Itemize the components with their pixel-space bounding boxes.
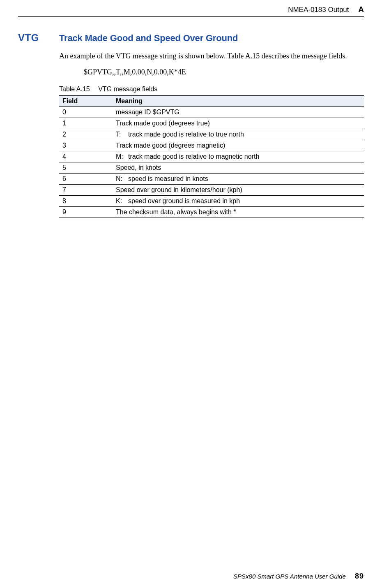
section-heading: VTG Track Made Good and Speed Over Groun… — [18, 32, 364, 44]
table-cell-meaning: Track made good (degrees magnetic) — [113, 140, 364, 151]
table-caption: Table A.15 VTG message fields — [59, 86, 364, 93]
table-caption-number: Table A.15 — [59, 86, 90, 93]
meaning-code: N: — [116, 175, 128, 183]
table-row: 9The checksum data, always begins with * — [59, 207, 364, 218]
table-row: 7Speed over ground in kilometers/hour (k… — [59, 185, 364, 196]
table-cell-field: 4 — [59, 151, 113, 162]
table-caption-title: VTG message fields — [98, 86, 157, 93]
section-title: Track Made Good and Speed Over Ground — [59, 33, 238, 44]
meaning-text: track made good is relative to magnetic … — [128, 153, 259, 160]
meaning-code: T: — [116, 131, 128, 138]
table-cell-field: 1 — [59, 118, 113, 129]
table-cell-field: 0 — [59, 107, 113, 118]
table-header-field: Field — [59, 96, 113, 107]
table-row: 5Speed, in knots — [59, 162, 364, 174]
footer-page-number: 89 — [355, 572, 364, 580]
table-cell-meaning: N:speed is measured in knots — [113, 174, 364, 185]
header-appendix-letter: A — [358, 5, 364, 14]
table-cell-meaning: Speed over ground in kilometers/hour (kp… — [113, 185, 364, 196]
table-cell-field: 9 — [59, 207, 113, 218]
section-code: VTG — [18, 32, 59, 44]
page-header: NMEA-0183 Output A — [288, 5, 364, 14]
table-cell-meaning: The checksum data, always begins with * — [113, 207, 364, 218]
table-cell-meaning: Track made good (degrees true) — [113, 118, 364, 129]
header-section-name: NMEA-0183 Output — [288, 6, 349, 14]
meaning-text: speed is measured in knots — [128, 175, 208, 182]
table-cell-field: 3 — [59, 140, 113, 151]
meaning-text: speed over ground is measured in kph — [128, 197, 240, 204]
section-body-text: An example of the VTG message string is … — [59, 51, 364, 61]
table-row: 4M:track made good is relative to magnet… — [59, 151, 364, 162]
meaning-code: K: — [116, 197, 128, 205]
meaning-code: M: — [116, 153, 128, 160]
table-cell-field: 7 — [59, 185, 113, 196]
table-row: 1Track made good (degrees true) — [59, 118, 364, 129]
table-cell-field: 2 — [59, 129, 113, 140]
page-content: VTG Track Made Good and Speed Over Groun… — [18, 32, 364, 218]
header-divider — [18, 16, 364, 17]
table-row: 2T:track made good is relative to true n… — [59, 129, 364, 140]
table-cell-meaning: T:track made good is relative to true no… — [113, 129, 364, 140]
message-fields-table: Field Meaning 0message ID $GPVTG1Track m… — [59, 95, 364, 218]
table-cell-field: 5 — [59, 162, 113, 174]
table-cell-meaning: K:speed over ground is measured in kph — [113, 196, 364, 207]
page-footer: SPSx80 Smart GPS Antenna User Guide 89 — [233, 572, 364, 581]
meaning-text: track made good is relative to true nort… — [128, 131, 244, 138]
table-cell-meaning: message ID $GPVTG — [113, 107, 364, 118]
table-header-row: Field Meaning — [59, 96, 364, 107]
table-row: 0message ID $GPVTG — [59, 107, 364, 118]
table-cell-field: 6 — [59, 174, 113, 185]
table-cell-field: 8 — [59, 196, 113, 207]
table-row: 6N:speed is measured in knots — [59, 174, 364, 185]
table-cell-meaning: M:track made good is relative to magneti… — [113, 151, 364, 162]
table-header-meaning: Meaning — [113, 96, 364, 107]
table-row: 8K:speed over ground is measured in kph — [59, 196, 364, 207]
example-string: $GPVTG,,T,,M,0.00,N,0.00,K*4E — [84, 68, 364, 76]
footer-doc-title: SPSx80 Smart GPS Antenna User Guide — [233, 573, 346, 580]
table-cell-meaning: Speed, in knots — [113, 162, 364, 174]
table-row: 3Track made good (degrees magnetic) — [59, 140, 364, 151]
